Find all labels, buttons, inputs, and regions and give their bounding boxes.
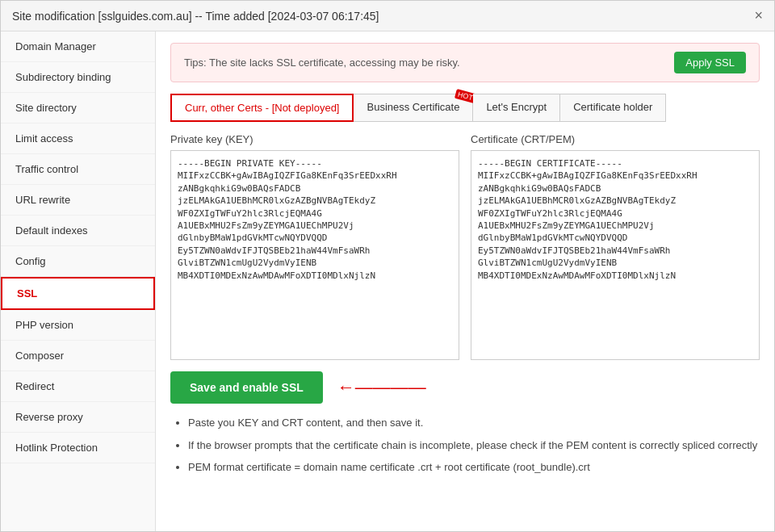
- key-cert-row: Private key (KEY) -----BEGIN PRIVATE KEY…: [170, 133, 760, 360]
- sidebar-item-composer[interactable]: Composer: [1, 341, 155, 371]
- sidebar-item-url-rewrite[interactable]: URL rewrite: [1, 185, 155, 216]
- modal-title: Site modification [sslguides.com.au] -- …: [12, 10, 379, 23]
- ssl-warning-alert: Tips: The site lacks SSL certificate, ac…: [170, 43, 760, 82]
- tab-cert-holder[interactable]: Certificate holder: [560, 94, 666, 122]
- site-modification-modal: Site modification [sslguides.com.au] -- …: [0, 0, 775, 532]
- certificate-col: Certificate (CRT/PEM) -----BEGIN CERTIFI…: [471, 133, 760, 360]
- sidebar-item-ssl[interactable]: SSL: [1, 277, 155, 310]
- certificate-textarea[interactable]: -----BEGIN CERTIFICATE----- MIIFxzCCBK+g…: [471, 150, 760, 360]
- tab-business-cert[interactable]: Business Certificate: [354, 94, 473, 122]
- main-content: Tips: The site lacks SSL certificate, ac…: [156, 31, 774, 531]
- certificate-label: Certificate (CRT/PEM): [471, 133, 760, 145]
- tab-curr-certs[interactable]: Curr, other Certs - [Not deployed]: [170, 94, 354, 122]
- alert-text: Tips: The site lacks SSL certificate, ac…: [184, 57, 460, 69]
- private-key-textarea[interactable]: -----BEGIN PRIVATE KEY----- MIIFxzCCBK+g…: [170, 150, 459, 360]
- info-item-1: If the browser prompts that the certific…: [188, 438, 760, 454]
- tab-lets-encrypt[interactable]: Let's Encrypt: [473, 94, 560, 122]
- sidebar-item-redirect[interactable]: Redirect: [1, 371, 155, 402]
- modal-body: Domain Manager Subdirectory binding Site…: [1, 31, 774, 531]
- info-item-2: PEM format certificate = domain name cer…: [188, 459, 760, 475]
- close-button[interactable]: ×: [754, 7, 763, 24]
- ssl-tabs: Curr, other Certs - [Not deployed] Busin…: [170, 94, 760, 122]
- private-key-col: Private key (KEY) -----BEGIN PRIVATE KEY…: [170, 133, 459, 360]
- save-ssl-button[interactable]: Save and enable SSL: [170, 371, 323, 404]
- save-row: Save and enable SSL ←————: [170, 371, 760, 404]
- sidebar-item-hotlink-protection[interactable]: Hotlink Protection: [1, 433, 155, 463]
- info-list: Paste you KEY and CRT content, and then …: [170, 415, 760, 475]
- sidebar-item-config[interactable]: Config: [1, 246, 155, 277]
- sidebar-item-subdirectory-binding[interactable]: Subdirectory binding: [1, 62, 155, 93]
- private-key-label: Private key (KEY): [170, 133, 459, 145]
- sidebar-item-limit-access[interactable]: Limit access: [1, 124, 155, 154]
- modal-header: Site modification [sslguides.com.au] -- …: [1, 1, 774, 31]
- sidebar-item-site-directory[interactable]: Site directory: [1, 93, 155, 124]
- info-item-0: Paste you KEY and CRT content, and then …: [188, 415, 760, 431]
- sidebar-item-reverse-proxy[interactable]: Reverse proxy: [1, 402, 155, 433]
- apply-ssl-button[interactable]: Apply SSL: [674, 52, 746, 73]
- sidebar: Domain Manager Subdirectory binding Site…: [1, 31, 156, 531]
- arrow-indicator: ←————: [337, 377, 426, 398]
- sidebar-item-traffic-control[interactable]: Traffic control: [1, 154, 155, 185]
- sidebar-item-php-version[interactable]: PHP version: [1, 310, 155, 341]
- sidebar-item-domain-manager[interactable]: Domain Manager: [1, 31, 155, 62]
- sidebar-item-default-indexes[interactable]: Default indexes: [1, 216, 155, 246]
